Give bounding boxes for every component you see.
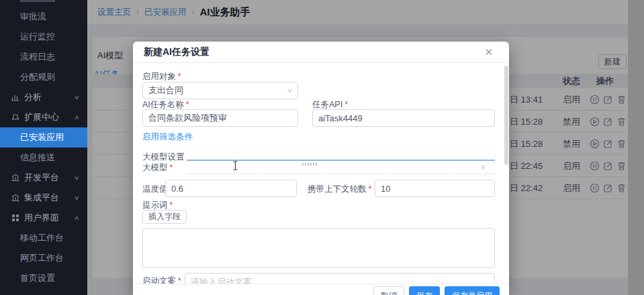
context-rounds-label: 携带上下文轮数* xyxy=(308,184,371,195)
close-icon[interactable]: ✕ xyxy=(484,47,493,57)
task-name-input[interactable] xyxy=(148,113,292,123)
chevron-down-icon: ∨ xyxy=(287,87,293,94)
prompt-textarea[interactable] xyxy=(142,228,495,268)
text-cursor xyxy=(232,161,238,170)
sidebar-group-integration-platform[interactable]: 集成平台 ∨ xyxy=(0,188,87,208)
context-rounds-field[interactable] xyxy=(375,180,495,197)
model-select-clipped-text xyxy=(302,163,318,166)
dialog-header: 新建AI任务设置 ✕ xyxy=(133,42,509,63)
enable-target-label: 启用对象* xyxy=(142,71,181,82)
chevron-up-icon: ∧ xyxy=(74,209,80,228)
sidebar-group-dev-platform[interactable]: 开发平台 ∨ xyxy=(0,168,87,188)
temperature-label: 温度值 xyxy=(142,184,168,195)
dialog-footer: 取消 保存 保存并启用 xyxy=(133,284,509,295)
sidebar-group-extension-center[interactable]: 扩展中心 ∧ xyxy=(0,107,87,127)
enable-target-value: 支出合同 xyxy=(148,84,183,97)
grid-icon xyxy=(11,214,19,222)
enable-filter-link[interactable]: 启用筛选条件 xyxy=(142,131,193,143)
extension-icon xyxy=(11,113,19,121)
enable-target-select[interactable]: 支出合同 ∨ xyxy=(142,82,298,99)
context-rounds-input[interactable] xyxy=(381,184,489,194)
sidebar-item-mobile-workbench[interactable]: 移动工作台 xyxy=(0,228,87,248)
model-section-title: 大模型设置 xyxy=(142,152,185,163)
new-ai-task-dialog: 新建AI任务设置 ✕ 启用对象* 支出合同 ∨ AI任务名称* 任务API* 启… xyxy=(133,42,509,295)
chevron-up-icon: ∧ xyxy=(74,108,80,127)
sidebar-group-label: 分析 xyxy=(24,87,42,107)
sidebar-group-label: 集成平台 xyxy=(24,188,59,208)
chevron-down-icon: ∨ xyxy=(74,88,80,107)
temperature-input[interactable] xyxy=(171,184,291,194)
insert-field-button[interactable]: 插入字段 xyxy=(142,210,187,224)
sidebar-item-assign-rules[interactable]: 分配规则 xyxy=(0,67,87,87)
sidebar-group-label: 扩展中心 xyxy=(24,107,59,127)
cancel-button[interactable]: 取消 xyxy=(373,286,404,295)
save-button[interactable]: 保存 xyxy=(409,286,440,295)
startup-text-label: 启动文案* xyxy=(142,276,181,284)
save-and-enable-button[interactable]: 保存并启用 xyxy=(445,286,500,295)
task-api-input[interactable] xyxy=(318,113,489,123)
startup-text-field[interactable] xyxy=(185,273,495,284)
chevron-down-icon: ∨ xyxy=(74,188,80,208)
sidebar-item-installed-apps[interactable]: 已安装应用 xyxy=(0,127,87,148)
sidebar-item-run-monitor[interactable]: 运行监控 xyxy=(0,27,87,47)
task-api-field[interactable] xyxy=(312,109,495,127)
building-icon xyxy=(11,194,19,202)
model-label: 大模型* xyxy=(142,162,173,174)
dialog-title: 新建AI任务设置 xyxy=(144,46,210,58)
chevron-down-icon: ∨ xyxy=(480,164,486,170)
sidebar-item-approval-flow[interactable]: 审批流 xyxy=(0,7,87,27)
sidebar-group-user-interface[interactable]: 用户界面 ∧ xyxy=(0,208,87,228)
chevron-down-icon: ∨ xyxy=(74,168,80,188)
dialog-body: 启用对象* 支出合同 ∨ AI任务名称* 任务API* 启用筛选条件 大模型设置… xyxy=(133,64,509,284)
dialog-scrollbar[interactable] xyxy=(504,66,508,165)
building-icon xyxy=(11,174,19,182)
temperature-field[interactable] xyxy=(165,180,297,197)
sidebar-group-label: 开发平台 xyxy=(24,168,59,188)
sidebar-item-web-workbench[interactable]: 网页工作台 xyxy=(0,248,87,268)
sidebar-item-message-push[interactable]: 信息推送 xyxy=(0,148,87,168)
task-name-field[interactable] xyxy=(142,109,298,127)
startup-text-input[interactable] xyxy=(191,277,489,284)
bar-chart-icon xyxy=(11,93,19,101)
sidebar-item-process-log[interactable]: 流程日志 xyxy=(0,47,87,67)
sidebar-group-label: 用户界面 xyxy=(24,208,59,228)
sidebar: 审批流 运行监控 流程日志 分配规则 分析 ∨ 扩展中心 ∧ 已安装应用 信息推… xyxy=(0,0,87,295)
app-window: 设置主页 › 已安装应用 › AI业务助手 AI模型 AI任务 新建 状态 操作… xyxy=(0,0,644,295)
sidebar-item-home-settings[interactable]: 首页设置 xyxy=(0,268,87,288)
clipped-menu-item xyxy=(20,0,55,2)
sidebar-group-analysis[interactable]: 分析 ∨ xyxy=(0,87,87,107)
